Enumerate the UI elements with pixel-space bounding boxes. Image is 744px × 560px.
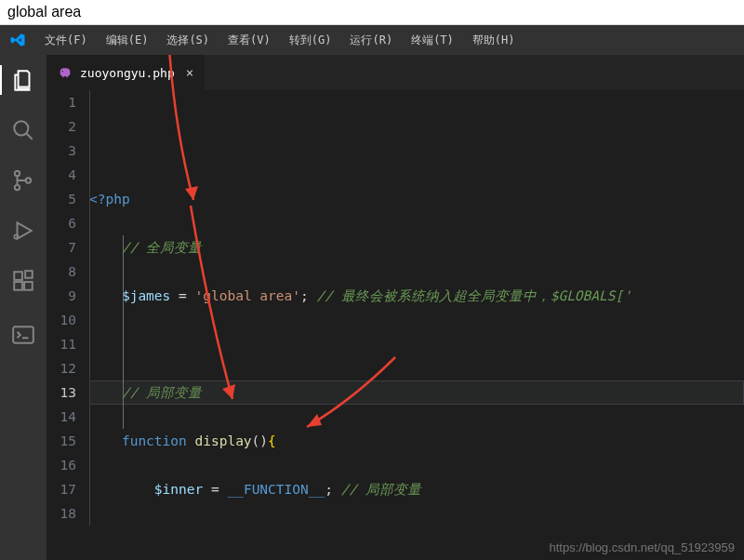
explorer-icon[interactable] [11,68,35,92]
menu-bar: 文件(F) 编辑(E) 选择(S) 查看(V) 转到(G) 运行(R) 终端(T… [0,25,744,55]
menu-terminal[interactable]: 终端(T) [402,33,463,48]
menu-view[interactable]: 查看(V) [219,33,280,48]
source-control-icon[interactable] [11,168,35,193]
activity-bar [0,55,46,560]
output-pane: global area [0,0,744,25]
run-debug-icon[interactable] [11,219,35,243]
php-elephant-icon [58,65,73,80]
svg-rect-8 [24,282,33,290]
tab-zuoyongyu[interactable]: zuoyongyu.php × [46,55,205,90]
svg-rect-6 [14,272,22,280]
editor-main: zuoyongyu.php × E:› phpstudy› php2018› P… [46,55,744,560]
tab-bar: zuoyongyu.php × [46,55,744,90]
menu-file[interactable]: 文件(F) [35,33,97,48]
vscode-logo-icon [9,32,26,48]
line-gutter: 123456789101112131415161718 [46,90,89,560]
menu-run[interactable]: 运行(R) [340,33,402,48]
code-editor[interactable]: 123456789101112131415161718 <?php // 全局变… [46,90,744,560]
menu-help[interactable]: 帮助(H) [463,33,525,48]
svg-point-4 [26,178,31,182]
code-lines[interactable]: <?php // 全局变量 $james = 'global area'; //… [89,90,744,560]
tab-label: zuoyongyu.php [80,66,175,80]
menu-go[interactable]: 转到(G) [280,33,341,48]
extensions-icon[interactable] [11,269,35,293]
search-icon[interactable] [11,118,35,142]
menu-edit[interactable]: 编辑(E) [97,33,158,48]
svg-point-0 [14,121,28,135]
svg-point-2 [15,171,20,176]
vscode-window: 文件(F) 编辑(E) 选择(S) 查看(V) 转到(G) 运行(R) 终端(T… [0,25,744,560]
svg-point-5 [14,234,18,238]
menu-selection[interactable]: 选择(S) [157,33,219,48]
svg-line-1 [26,133,33,140]
svg-point-3 [15,185,20,190]
svg-rect-10 [13,327,33,342]
tab-close-icon[interactable]: × [186,65,193,80]
svg-rect-7 [14,282,22,290]
terminal-icon[interactable] [11,323,35,347]
svg-rect-9 [25,271,33,278]
